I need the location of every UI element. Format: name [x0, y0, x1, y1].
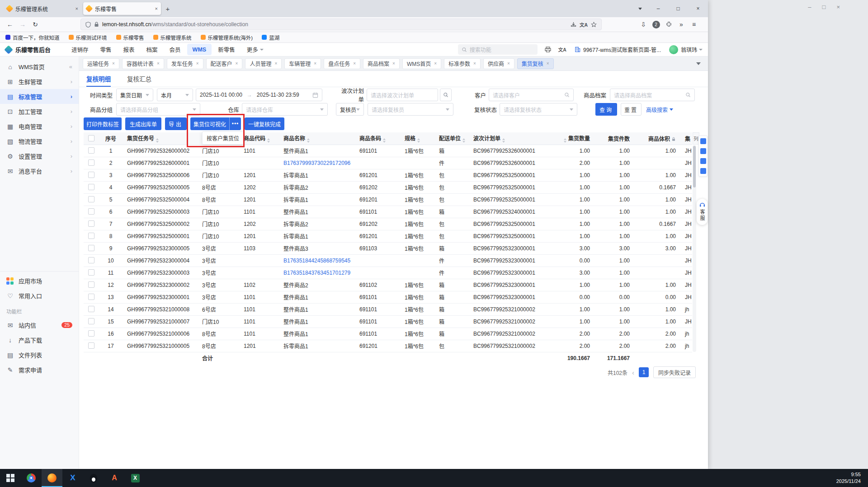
extension-badge[interactable]: 2 [650, 19, 662, 30]
sidebar-item[interactable]: ▤标准管理› [0, 89, 79, 104]
column-header[interactable]: 集 [680, 132, 692, 145]
sort-icon[interactable] [267, 138, 270, 143]
back-button[interactable]: ← [4, 19, 16, 30]
column-header[interactable]: 商品名称 [279, 132, 355, 145]
product-group-select[interactable]: 请选择商品分组 [116, 103, 200, 116]
url-bar[interactable]: lemon-test.nhsoft.cn/wms/standard/out-st… [80, 19, 602, 30]
sort-icon[interactable] [383, 138, 386, 143]
sidebar-item[interactable]: ↓产品下载 [0, 332, 79, 347]
row-checkbox[interactable] [88, 281, 94, 288]
by-customer-slot-option[interactable]: 按客户集货位 [207, 134, 239, 142]
tab-close-icon[interactable]: × [236, 61, 238, 66]
tab-close-icon[interactable]: × [353, 61, 356, 66]
more-options-icon[interactable]: ••• [229, 117, 241, 130]
time-type-select[interactable]: 集货日期 [116, 89, 153, 101]
workspace-tab[interactable]: 车辆管理× [284, 58, 321, 69]
wave-plan-input[interactable]: 请选择波次计划单 [367, 89, 438, 101]
sort-icon[interactable] [462, 138, 465, 143]
workspace-tab[interactable]: 运输任务× [83, 58, 119, 69]
excel-taskbar-icon[interactable]: X [125, 469, 146, 487]
print-piece-labels-button[interactable]: 打印件数标签 [84, 117, 122, 130]
tab-close-icon[interactable]: × [547, 61, 549, 66]
column-header[interactable]: 波次计划单 [469, 132, 550, 145]
nav-item[interactable]: 档案 [141, 44, 163, 55]
tab-close-icon[interactable]: × [274, 61, 277, 66]
complete-review-button[interactable]: 一键复核完成 [245, 117, 284, 130]
table-row[interactable]: 5GH9967799253250000048号店1201拆零商品16912011… [84, 193, 692, 206]
sidebar-item[interactable]: ⚙设置管理› [0, 149, 79, 164]
column-header[interactable]: 规格 [400, 132, 434, 145]
row-checkbox[interactable] [88, 159, 94, 166]
sidebar-item[interactable]: ▦电商管理› [0, 119, 79, 134]
window-maximize-button[interactable]: □ [668, 0, 688, 17]
window-close-button[interactable]: × [688, 0, 708, 17]
sidebar-item[interactable]: ⌂WMS首页« [0, 59, 79, 74]
sidebar-item[interactable]: ✉消息平台› [0, 164, 79, 178]
workspace-tab[interactable]: 标准参数× [444, 58, 481, 69]
downloads-icon[interactable]: ⇩ [637, 19, 650, 30]
scrollbar-thumb[interactable] [693, 146, 696, 187]
bookmark-item[interactable]: 蓝湖 [262, 34, 279, 41]
sidebar-item[interactable]: ⊞生鲜管理› [0, 74, 79, 89]
sidebar-item[interactable]: ▧物流管理› [0, 134, 79, 149]
collapse-sidebar-icon[interactable]: « [69, 63, 72, 70]
sort-icon[interactable] [502, 138, 505, 143]
a-app-taskbar-icon[interactable]: A [104, 469, 125, 487]
user-avatar[interactable] [669, 45, 678, 54]
subtab[interactable]: 复核明细 [86, 71, 111, 87]
review-status-select[interactable]: 请选择复核状态 [500, 103, 577, 116]
advanced-search-link[interactable]: 高级搜索 [646, 106, 673, 113]
column-header[interactable]: 商品条码 [355, 132, 400, 145]
tab-close-icon[interactable]: × [112, 61, 115, 66]
column-header[interactable]: 集货数量 [550, 132, 594, 145]
table-row[interactable]: 1GH996779925326000002门店101101整件商品1691101… [84, 145, 692, 157]
workspace-tab[interactable]: 供应商× [483, 58, 514, 69]
workspace-tab[interactable]: WMS首页× [402, 58, 441, 69]
workspace-tab[interactable]: 容器统计表× [122, 58, 164, 69]
table-row[interactable]: 17GH9967799253210000058号店1201拆零商品1691201… [84, 340, 692, 352]
subtab[interactable]: 复核汇总 [127, 71, 151, 87]
tab-close-icon[interactable]: × [157, 61, 160, 66]
save-page-icon[interactable] [571, 22, 576, 27]
table-row[interactable]: 13GH9967799253230000013号店1101整件商品1691101… [84, 291, 692, 303]
table-row[interactable]: 16GH9967799253210000068号店1101整件商品1691101… [84, 328, 692, 340]
tab-close-icon[interactable]: × [434, 61, 437, 66]
table-row[interactable]: 3GH996779925325000006门店101201拆零商品1691201… [84, 169, 692, 181]
workspace-tab[interactable]: 盘点任务× [324, 58, 360, 69]
tabs-overflow-icon[interactable] [696, 62, 701, 65]
table-row[interactable]: 9GH9967799253230000053号店1103整件商品36911031… [84, 242, 692, 254]
bookmark-star-icon[interactable] [591, 22, 597, 28]
table-scrollbar[interactable] [693, 145, 696, 352]
table-row[interactable]: 6GH996779925325000003门店101101整件商品1691101… [84, 206, 692, 218]
function-search-input[interactable]: 搜索功能 [458, 44, 538, 55]
workspace-tab[interactable]: 发车任务× [167, 58, 203, 69]
workspace-tab[interactable]: 商品档案× [363, 58, 400, 69]
warehouse-select[interactable]: 请选择仓库 [242, 103, 328, 116]
table-row[interactable]: 4GH9967799253250000058号店1202拆零商品26912021… [84, 181, 692, 193]
column-header[interactable]: 集货任务号 [123, 132, 198, 145]
print-icon[interactable] [545, 47, 551, 52]
nav-item[interactable]: 更多 [241, 44, 269, 55]
row-checkbox[interactable] [88, 330, 94, 337]
bookmark-item[interactable]: 乐檬管理系统 [153, 34, 192, 41]
row-checkbox[interactable] [88, 257, 94, 263]
customer-service-widget[interactable]: 客服 [697, 199, 708, 225]
row-checkbox[interactable] [88, 147, 94, 154]
period-select[interactable]: 本月 [157, 89, 193, 101]
nav-item[interactable]: WMS [187, 44, 212, 55]
translate-icon[interactable]: 文A [580, 21, 588, 28]
export-button[interactable]: 导出 [165, 117, 187, 130]
table-row[interactable]: 12GH9967799253230000023号店1102整件商品2691102… [84, 279, 692, 291]
row-checkbox[interactable] [88, 245, 94, 251]
table-row[interactable]: 15GH996779925321000007门店101101整件商品169110… [84, 315, 692, 328]
nav-item[interactable]: 会员 [164, 44, 186, 55]
column-header[interactable]: 集货件数 [594, 132, 634, 145]
table-row[interactable]: 2GH996779925326000001门店10B17637999373022… [84, 157, 692, 169]
extensions-puzzle-icon[interactable] [662, 19, 675, 30]
row-checkbox[interactable] [88, 294, 94, 300]
table-row[interactable]: 11GH9967799253230000033号店B17635184376345… [84, 267, 692, 279]
reload-button[interactable]: ↻ [29, 19, 42, 30]
sort-icon[interactable] [307, 138, 310, 143]
row-checkbox[interactable] [88, 220, 94, 227]
sync-failed-records-button[interactable]: 同步失败记录 [653, 366, 696, 378]
